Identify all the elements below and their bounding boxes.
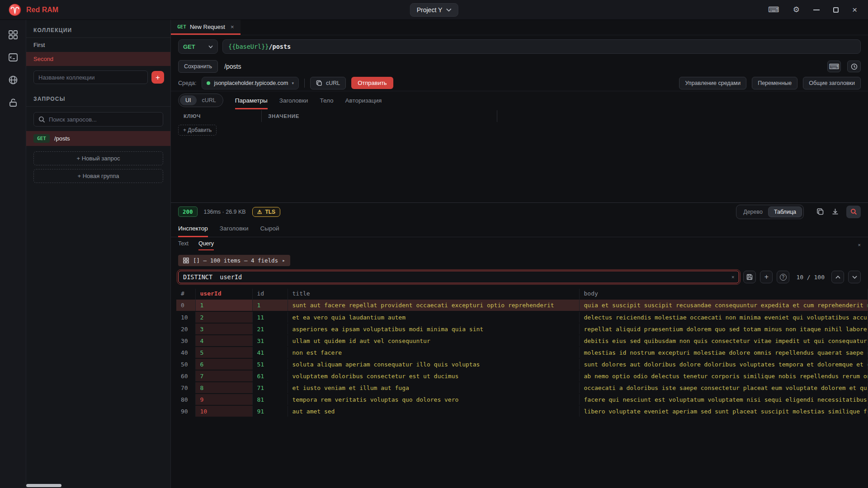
keyboard-shortcuts-icon[interactable]: ⌨ — [768, 5, 779, 14]
query-help-button[interactable]: ? — [777, 271, 789, 283]
search-icon — [38, 116, 45, 123]
json-root-summary-chip[interactable]: [] — 100 items — 4 fields ▸ — [178, 255, 290, 266]
ui-curl-toggle[interactable]: UI cURL — [178, 94, 223, 107]
expand-icon: ▸ — [282, 258, 285, 263]
download-response-button[interactable] — [831, 208, 839, 216]
table-row[interactable]: 40541non est faceremolestias id nostrum … — [176, 347, 868, 358]
collection-item-first[interactable]: First — [26, 38, 170, 52]
save-query-button[interactable] — [743, 271, 756, 283]
subtab-query[interactable]: Query — [198, 240, 214, 250]
window-minimize-button[interactable] — [813, 9, 820, 10]
column-header-body[interactable]: body — [579, 289, 868, 300]
copy-response-button[interactable] — [816, 208, 824, 216]
clear-query-icon[interactable]: × — [728, 274, 734, 280]
next-match-button[interactable] — [848, 271, 861, 283]
settings-gear-icon[interactable]: ⚙ — [793, 5, 800, 14]
sidebar: КОЛЛЕКЦИИ First Second + ЗАПРОСЫ GET /po… — [26, 20, 171, 488]
table-row[interactable]: 10211et ea vero quia laudantium autemdel… — [176, 311, 868, 323]
collections-section-title: КОЛЛЕКЦИИ — [26, 20, 170, 38]
column-header-num[interactable]: # — [176, 289, 195, 300]
toggle-curl-option[interactable]: cURL — [197, 95, 222, 105]
save-button[interactable]: Сохранить — [178, 60, 218, 73]
table-cell: 50 — [176, 358, 195, 370]
request-search[interactable] — [33, 112, 163, 127]
help-icon: ? — [780, 274, 787, 281]
keyboard-shortcut-button[interactable]: ⌨ — [827, 61, 841, 72]
window-maximize-button[interactable] — [833, 7, 839, 13]
tab-body[interactable]: Тело — [320, 91, 333, 109]
response-tab-raw[interactable]: Сырой — [260, 225, 279, 237]
table-cell: 30 — [176, 335, 195, 347]
table-cell: repellat aliquid praesentium dolorem quo… — [579, 323, 868, 335]
warning-icon: ⚠ — [257, 209, 262, 215]
new-collection-input[interactable] — [33, 70, 148, 84]
column-header-id[interactable]: id — [252, 289, 288, 300]
add-param-button[interactable]: + Добавить — [178, 125, 217, 136]
env-status-dot — [207, 81, 210, 85]
curl-button[interactable]: cURL — [310, 77, 346, 89]
response-tab-headers[interactable]: Заголовки — [220, 225, 249, 237]
window-close-button[interactable]: × — [852, 5, 857, 14]
table-cell: tempora rem veritatis voluptas quo dolor… — [288, 394, 579, 405]
table-cell: ab nemo optio odio delectus tenetur corp… — [579, 370, 868, 382]
table-cell: 1 — [195, 300, 252, 311]
tab-headers[interactable]: Заголовки — [279, 91, 308, 109]
table-row[interactable]: 80981tempora rem veritatis voluptas quo … — [176, 394, 868, 405]
new-group-button[interactable]: + Новая группа — [33, 169, 163, 183]
add-query-button[interactable]: + — [760, 271, 773, 283]
table-cell: 10 — [195, 405, 252, 417]
sidebar-scrollbar-thumb[interactable] — [26, 484, 61, 487]
request-tab[interactable]: GET New Request × — [171, 20, 241, 35]
send-button[interactable]: Отправить — [351, 77, 393, 89]
table-row[interactable]: 011sunt aut facere repellat provident oc… — [176, 300, 868, 311]
tls-warning-badge[interactable]: ⚠ TLS — [252, 207, 280, 217]
url-input[interactable]: {{baseUrl}}/posts — [222, 39, 861, 54]
column-header-userId[interactable]: userId — [195, 289, 252, 300]
table-row[interactable]: 30431ullam ut quidem id aut vel consequu… — [176, 335, 868, 347]
toggle-ui-option[interactable]: UI — [180, 95, 197, 105]
method-select[interactable]: GET — [178, 39, 218, 54]
params-key-header: КЛЮЧ — [171, 113, 261, 119]
response-search-button[interactable] — [846, 206, 861, 218]
common-headers-button[interactable]: Общие заголовки — [803, 77, 861, 89]
add-collection-button[interactable]: + — [151, 71, 164, 84]
tab-close-icon[interactable]: × — [231, 23, 234, 30]
table-row[interactable]: 20321asperiores ea ipsam voluptatibus mo… — [176, 323, 868, 335]
status-code-badge: 200 — [178, 206, 198, 217]
history-clock-button[interactable] — [847, 61, 861, 72]
unlock-auth-icon[interactable] — [8, 98, 18, 108]
column-header-title[interactable]: title — [288, 289, 579, 300]
view-table-option[interactable]: Таблица — [768, 206, 802, 217]
response-meta: 136ms · 26.9 KB — [204, 209, 246, 215]
query-input[interactable] — [183, 273, 728, 281]
manage-environments-button[interactable]: Управление средами — [679, 77, 746, 89]
table-row[interactable]: 50651soluta aliquam aperiam consequatur … — [176, 358, 868, 370]
close-search-icon[interactable]: × — [858, 242, 861, 248]
column-divider — [497, 110, 497, 122]
copy-icon — [316, 80, 322, 86]
table-cell: 1 — [252, 300, 288, 311]
new-request-button[interactable]: + Новый запрос — [33, 151, 163, 165]
table-row[interactable]: 70871et iusto veniam et illum aut fugaoc… — [176, 382, 868, 394]
request-search-input[interactable] — [49, 116, 158, 123]
collection-item-second[interactable]: Second — [26, 52, 170, 66]
table-cell: occaecati a doloribus iste saepe consect… — [579, 382, 868, 394]
table-row[interactable]: 901091aut amet sedlibero voluptate eveni… — [176, 405, 868, 417]
project-selector[interactable]: Project Y — [410, 3, 458, 17]
view-tree-option[interactable]: Дерево — [738, 207, 768, 217]
variables-button[interactable]: Переменные — [752, 77, 797, 89]
tab-auth[interactable]: Авторизация — [345, 91, 382, 109]
terminal-console-icon[interactable] — [8, 52, 18, 62]
view-mode-switch[interactable]: Дерево Таблица — [736, 205, 804, 219]
collections-grid-icon[interactable] — [8, 30, 18, 40]
subtab-text[interactable]: Text — [178, 240, 189, 250]
environment-select[interactable]: jsonplaceholder.typicode.com ▾ — [202, 77, 299, 89]
params-value-header: ЗНАЧЕНИЕ — [262, 113, 497, 119]
tab-params[interactable]: Параметры — [235, 91, 268, 109]
table-row[interactable]: 60761voluptatem doloribus consectetur es… — [176, 370, 868, 382]
table-cell: 7 — [195, 370, 252, 382]
request-list-item[interactable]: GET /posts — [26, 131, 170, 146]
globe-environments-icon[interactable] — [8, 75, 18, 85]
response-tab-inspector[interactable]: Инспектор — [178, 225, 208, 237]
prev-match-button[interactable] — [831, 271, 844, 283]
